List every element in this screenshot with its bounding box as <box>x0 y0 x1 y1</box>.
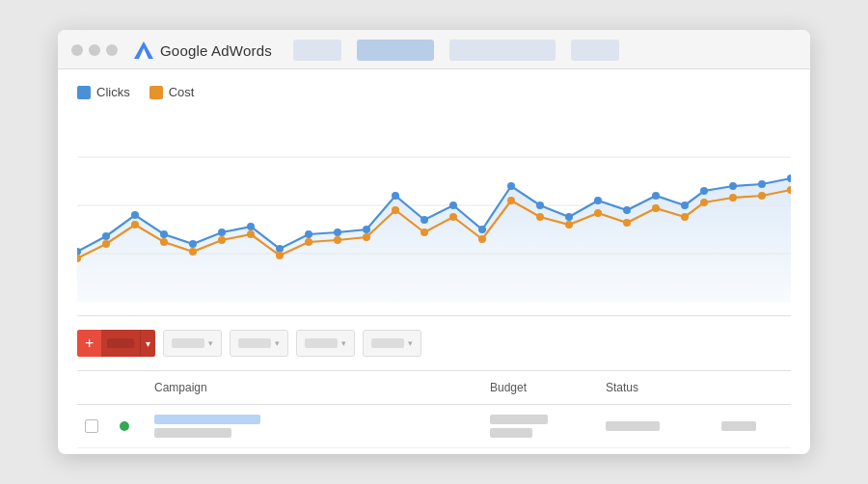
cost-label: Cost <box>169 85 195 99</box>
window-controls <box>71 44 118 56</box>
clicks-dot <box>594 197 602 204</box>
cost-dot <box>102 240 110 248</box>
close-btn[interactable] <box>71 44 83 56</box>
clicks-dot <box>623 206 631 214</box>
cost-dot <box>536 213 544 221</box>
cost-dot <box>507 197 515 204</box>
cost-dot <box>276 252 284 259</box>
toolbar: + ▾ ▾ ▾ ▾ ▾ <box>77 330 791 357</box>
nav-pills <box>293 40 619 61</box>
nav-item-4[interactable] <box>571 40 619 61</box>
clicks-dot <box>334 229 341 236</box>
add-label-pill <box>107 338 134 348</box>
extra-pill <box>721 421 756 431</box>
clicks-dot <box>652 192 660 200</box>
cost-dot <box>131 221 139 229</box>
legend-cost: Cost <box>149 85 195 99</box>
filter2-caret-icon: ▾ <box>275 338 280 348</box>
cost-dot <box>449 213 457 221</box>
th-budget: Budget <box>482 371 598 404</box>
cost-dot <box>392 206 399 214</box>
clicks-dot <box>700 187 708 195</box>
clicks-dot <box>478 226 486 233</box>
chart-legend: Clicks Cost <box>77 85 791 99</box>
th-status <box>112 371 147 404</box>
filter2-label-pill <box>238 338 271 348</box>
cost-dot <box>729 194 737 202</box>
nav-item-2[interactable] <box>357 40 434 61</box>
clicks-dot <box>507 182 515 190</box>
budget-sub-pill <box>490 428 532 438</box>
filter-button-4[interactable]: ▾ <box>363 330 421 357</box>
budget-pill <box>490 415 548 424</box>
filter4-label-pill <box>371 338 404 348</box>
clicks-dot <box>681 202 689 209</box>
clicks-dot <box>305 230 312 238</box>
filter1-label-pill <box>172 338 204 348</box>
divider <box>77 315 791 316</box>
table-row <box>77 405 791 448</box>
legend-clicks: Clicks <box>77 85 130 99</box>
filter1-caret-icon: ▾ <box>208 338 213 348</box>
clicks-dot <box>276 245 284 253</box>
nav-item-3[interactable] <box>449 40 556 61</box>
cost-dot <box>594 209 602 217</box>
cost-dot <box>652 204 660 212</box>
add-plus-icon[interactable]: + <box>77 330 101 357</box>
cost-color-box <box>149 86 163 99</box>
cost-dot <box>700 199 708 206</box>
main-content: Clicks Cost <box>58 69 810 448</box>
clicks-dot <box>363 226 370 233</box>
cost-dot <box>218 236 226 244</box>
clicks-dot <box>189 240 197 248</box>
logo: Google AdWords <box>133 40 272 61</box>
add-button-label <box>101 330 140 357</box>
row-budget-cell <box>482 405 598 447</box>
maximize-btn[interactable] <box>106 44 118 56</box>
cost-dot <box>420 229 428 236</box>
clicks-dot <box>131 211 139 219</box>
th-campaign: Campaign <box>147 371 482 404</box>
filter-button-1[interactable]: ▾ <box>163 330 222 357</box>
minimize-btn[interactable] <box>89 44 100 56</box>
add-caret-icon[interactable]: ▾ <box>140 330 155 357</box>
clicks-dot <box>392 192 399 200</box>
campaigns-table: Campaign Budget Status <box>77 370 791 448</box>
row-campaign-cell <box>147 405 482 447</box>
row-extra-cell <box>714 412 791 441</box>
cost-dot <box>681 213 689 221</box>
clicks-dot <box>102 232 110 240</box>
row-status-value-cell <box>598 412 714 441</box>
row-checkbox[interactable] <box>85 419 98 433</box>
clicks-dot <box>565 213 573 221</box>
filter-button-2[interactable]: ▾ <box>230 330 288 357</box>
filter3-caret-icon: ▾ <box>341 338 346 348</box>
table-header-row: Campaign Budget Status <box>77 371 791 405</box>
th-extra <box>714 371 791 404</box>
chart-svg <box>77 109 791 302</box>
filter4-caret-icon: ▾ <box>408 338 413 348</box>
campaign-name-pill <box>154 415 260 424</box>
filter3-label-pill <box>305 338 338 348</box>
clicks-dot <box>420 216 428 224</box>
status-value-pill <box>606 421 660 431</box>
row-checkbox-cell[interactable] <box>77 410 112 443</box>
cost-dot <box>478 235 486 243</box>
clicks-dot <box>218 229 226 236</box>
add-campaign-button[interactable]: + ▾ <box>77 330 155 357</box>
cost-dot <box>334 236 341 244</box>
clicks-dot <box>247 223 255 230</box>
adwords-logo-icon <box>133 40 154 61</box>
cost-dot <box>363 233 370 241</box>
status-dot <box>120 421 129 431</box>
logo-text: Google AdWords <box>160 42 272 59</box>
clicks-dot <box>160 230 168 238</box>
title-bar: Google AdWords <box>58 30 810 69</box>
nav-item-1[interactable] <box>293 40 341 61</box>
th-status-col: Status <box>598 371 714 404</box>
filter-button-3[interactable]: ▾ <box>296 330 355 357</box>
line-chart <box>77 109 791 302</box>
clicks-dot <box>536 202 544 209</box>
cost-dot <box>160 238 168 246</box>
clicks-dot <box>758 180 766 188</box>
